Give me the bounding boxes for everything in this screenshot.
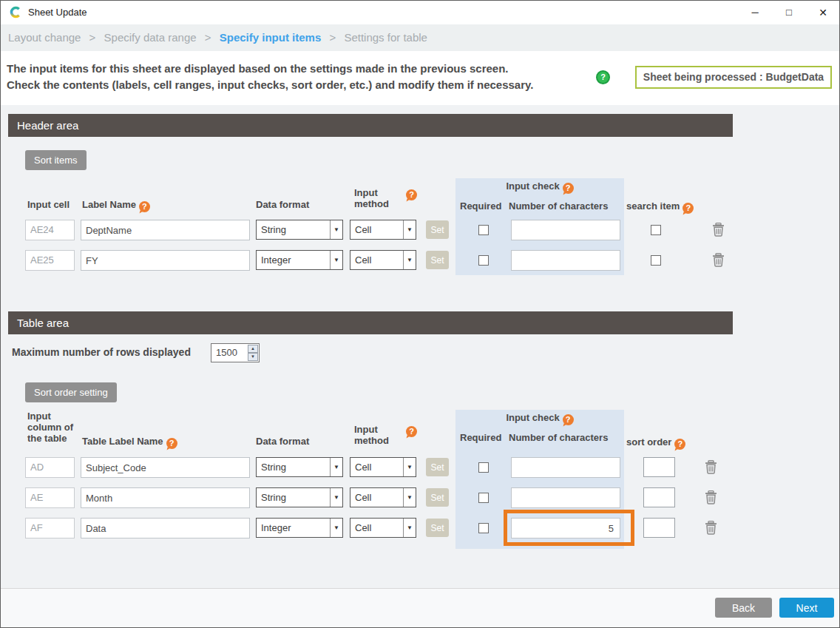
search-item-checkbox[interactable] bbox=[651, 255, 661, 266]
column-header-table-label-name-text: Table Label Name bbox=[82, 436, 163, 447]
chevron-down-icon: ▼ bbox=[403, 488, 416, 507]
data-format-select[interactable]: String▼ bbox=[256, 487, 343, 507]
breadcrumb-separator: > bbox=[89, 31, 96, 44]
input-column-ref: AE bbox=[25, 487, 75, 508]
chevron-down-icon: ▼ bbox=[330, 458, 342, 476]
sheet-update-window: Sheet Update ─ □ ✕ Layout change > Speci… bbox=[0, 0, 840, 628]
column-header-input-cell: Input cell bbox=[27, 199, 70, 211]
set-button[interactable]: Set bbox=[426, 458, 449, 476]
help-icon[interactable]: ? bbox=[406, 426, 417, 437]
breadcrumb-step-layout-change: Layout change bbox=[8, 31, 81, 44]
sort-order-input[interactable] bbox=[643, 487, 675, 507]
help-icon[interactable]: ? bbox=[563, 183, 574, 194]
input-method-select[interactable]: Cell▼ bbox=[350, 487, 416, 507]
header-row: AE25 Integer▼ Cell▼ Set bbox=[1, 250, 839, 271]
sort-order-input[interactable] bbox=[643, 457, 675, 477]
data-format-select[interactable]: Integer▼ bbox=[256, 250, 343, 270]
data-format-select[interactable]: Integer▼ bbox=[256, 518, 343, 538]
breadcrumb-separator: > bbox=[329, 31, 336, 44]
breadcrumb-step-settings-for-table: Settings for table bbox=[344, 31, 427, 44]
search-item-checkbox[interactable] bbox=[651, 225, 661, 235]
trash-icon[interactable] bbox=[704, 459, 717, 475]
label-name-input[interactable] bbox=[81, 220, 250, 240]
column-header-number-of-characters: Number of characters bbox=[509, 432, 608, 444]
minimize-icon[interactable]: ─ bbox=[741, 1, 769, 24]
table-row: AF Integer▼ Cell▼ Set bbox=[1, 518, 839, 538]
chevron-down-icon: ▼ bbox=[403, 519, 416, 537]
trash-icon[interactable] bbox=[711, 222, 725, 237]
intro-text-line2: Check the contents (labels, cell ranges,… bbox=[7, 78, 533, 91]
help-icon[interactable]: ? bbox=[166, 438, 177, 449]
column-header-input-check: Input check? bbox=[455, 180, 624, 194]
data-format-value: String bbox=[261, 462, 286, 473]
maximize-icon[interactable]: □ bbox=[775, 1, 803, 24]
column-header-required: Required bbox=[460, 432, 501, 444]
trash-icon[interactable] bbox=[704, 520, 717, 536]
sheet-being-processed-badge: Sheet being processed : BudgetData bbox=[635, 66, 832, 89]
column-header-input-column: Input column of the table bbox=[27, 411, 81, 444]
spinner-down-icon[interactable]: ▼ bbox=[248, 353, 258, 361]
set-button[interactable]: Set bbox=[426, 251, 449, 269]
back-button[interactable]: Back bbox=[715, 598, 772, 618]
set-button[interactable]: Set bbox=[426, 220, 449, 239]
input-method-select[interactable]: Cell▼ bbox=[350, 457, 416, 477]
help-icon[interactable]: ? bbox=[682, 203, 694, 214]
data-format-select[interactable]: String▼ bbox=[256, 457, 343, 477]
required-checkbox[interactable] bbox=[478, 493, 489, 503]
window-title: Sheet Update bbox=[28, 7, 87, 18]
title-bar: Sheet Update ─ □ ✕ bbox=[1, 1, 839, 24]
number-of-characters-input[interactable] bbox=[511, 518, 620, 538]
column-header-input-check: Input check? bbox=[455, 412, 624, 425]
breadcrumb: Layout change > Specify data range > Spe… bbox=[1, 24, 839, 51]
help-icon[interactable]: ? bbox=[674, 439, 685, 450]
input-column-ref: AD bbox=[25, 457, 75, 478]
data-format-select[interactable]: String▼ bbox=[256, 220, 343, 240]
chevron-down-icon: ▼ bbox=[330, 488, 342, 507]
input-method-value: Cell bbox=[355, 522, 371, 533]
column-header-input-method: Input method bbox=[354, 187, 397, 209]
set-button[interactable]: Set bbox=[426, 488, 449, 507]
table-area-section-title: Table area bbox=[8, 311, 733, 334]
header-row: AE24 String▼ Cell▼ Set bbox=[1, 220, 839, 240]
help-icon[interactable]: ? bbox=[596, 70, 610, 84]
number-of-characters-input[interactable] bbox=[511, 457, 620, 478]
table-label-name-input[interactable] bbox=[81, 457, 250, 478]
input-method-select[interactable]: Cell▼ bbox=[350, 250, 416, 270]
help-icon[interactable]: ? bbox=[139, 201, 150, 212]
next-button[interactable]: Next bbox=[779, 598, 834, 618]
input-method-select[interactable]: Cell▼ bbox=[350, 220, 416, 240]
label-name-input[interactable] bbox=[81, 250, 250, 271]
table-row: AE String▼ Cell▼ Set bbox=[1, 487, 839, 508]
sort-order-setting-button[interactable]: Sort order setting bbox=[25, 382, 117, 402]
data-format-value: String bbox=[261, 224, 286, 235]
trash-icon[interactable] bbox=[711, 252, 725, 268]
set-button[interactable]: Set bbox=[426, 519, 449, 537]
help-icon[interactable]: ? bbox=[406, 189, 417, 200]
required-checkbox[interactable] bbox=[478, 225, 489, 235]
input-method-value: Cell bbox=[355, 492, 371, 503]
input-method-value: Cell bbox=[355, 254, 371, 266]
help-icon[interactable]: ? bbox=[563, 414, 574, 425]
max-rows-spinner[interactable]: 1500 ▲ ▼ bbox=[211, 343, 260, 362]
required-checkbox[interactable] bbox=[478, 523, 489, 533]
chevron-down-icon: ▼ bbox=[403, 458, 416, 476]
sort-items-button[interactable]: Sort items bbox=[25, 150, 87, 170]
column-header-number-of-characters: Number of characters bbox=[509, 200, 608, 212]
number-of-characters-input[interactable] bbox=[511, 220, 620, 240]
sort-order-input[interactable] bbox=[643, 518, 675, 538]
column-header-input-check-text: Input check bbox=[506, 412, 559, 423]
input-column-ref: AF bbox=[25, 518, 75, 538]
table-label-name-input[interactable] bbox=[81, 518, 250, 538]
spinner-up-icon[interactable]: ▲ bbox=[248, 345, 258, 353]
required-checkbox[interactable] bbox=[478, 462, 489, 473]
close-icon[interactable]: ✕ bbox=[809, 1, 837, 24]
number-of-characters-input[interactable] bbox=[511, 250, 620, 271]
input-method-select[interactable]: Cell▼ bbox=[350, 518, 416, 538]
trash-icon[interactable] bbox=[704, 490, 717, 505]
required-checkbox[interactable] bbox=[478, 255, 489, 266]
input-method-value: Cell bbox=[355, 462, 371, 473]
table-label-name-input[interactable] bbox=[81, 487, 250, 508]
column-header-search-item: search item? bbox=[626, 200, 694, 214]
intro-text-line1: The input items for this sheet are displ… bbox=[7, 62, 509, 75]
number-of-characters-input[interactable] bbox=[511, 487, 620, 508]
